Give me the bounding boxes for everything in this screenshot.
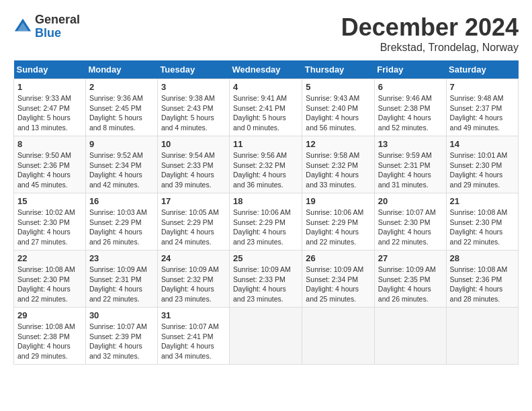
day-number: 11 [233, 139, 298, 149]
day-info: Sunrise: 9:43 AMSunset: 2:40 PMDaylight:… [306, 94, 359, 132]
day-cell-24: 24Sunrise: 10:09 AMSunset: 2:32 PMDaylig… [157, 250, 229, 308]
day-number: 28 [450, 253, 515, 263]
logo-general: General [35, 13, 80, 27]
day-info: Sunrise: 9:52 AMSunset: 2:34 PMDaylight:… [89, 151, 143, 189]
day-info: Sunrise: 10:07 AMSunset: 2:41 PMDaylight… [161, 322, 219, 360]
day-info: Sunrise: 10:07 AMSunset: 2:39 PMDaylight… [89, 322, 147, 360]
week-row-3: 15Sunrise: 10:02 AMSunset: 2:30 PMDaylig… [14, 193, 519, 250]
day-cell-20: 20Sunrise: 10:07 AMSunset: 2:30 PMDaylig… [374, 193, 446, 250]
day-number: 18 [233, 196, 298, 206]
day-info: Sunrise: 10:09 AMSunset: 2:33 PMDaylight… [233, 265, 291, 303]
day-number: 12 [306, 139, 371, 149]
logo-icon [13, 17, 32, 36]
day-info: Sunrise: 9:56 AMSunset: 2:32 PMDaylight:… [233, 151, 287, 189]
day-info: Sunrise: 9:54 AMSunset: 2:33 PMDaylight:… [161, 151, 215, 189]
day-number: 4 [233, 82, 298, 92]
day-info: Sunrise: 9:41 AMSunset: 2:41 PMDaylight:… [233, 94, 287, 132]
day-info: Sunrise: 10:08 AMSunset: 2:30 PMDaylight… [17, 265, 75, 303]
day-info: Sunrise: 10:07 AMSunset: 2:30 PMDaylight… [378, 208, 436, 246]
day-number: 13 [378, 139, 443, 149]
day-number: 25 [233, 253, 298, 263]
day-number: 10 [161, 139, 226, 149]
day-cell-18: 18Sunrise: 10:06 AMSunset: 2:29 PMDaylig… [230, 193, 302, 250]
day-number: 9 [89, 139, 154, 149]
header-friday: Friday [374, 60, 446, 79]
day-info: Sunrise: 9:50 AMSunset: 2:36 PMDaylight:… [17, 151, 71, 189]
logo-text: General Blue [35, 13, 80, 40]
header-wednesday: Wednesday [230, 60, 302, 79]
day-cell-26: 26Sunrise: 10:09 AMSunset: 2:34 PMDaylig… [302, 250, 375, 308]
day-info: Sunrise: 9:33 AMSunset: 2:47 PMDaylight:… [17, 94, 71, 132]
title-block: December 2024 Brekstad, Trondelag, Norwa… [341, 13, 519, 54]
calendar-header-row: SundayMondayTuesdayWednesdayThursdayFrid… [14, 60, 519, 79]
day-info: Sunrise: 9:58 AMSunset: 2:32 PMDaylight:… [306, 151, 359, 189]
day-cell-15: 15Sunrise: 10:02 AMSunset: 2:30 PMDaylig… [14, 193, 86, 250]
day-cell-3: 3Sunrise: 9:38 AMSunset: 2:43 PMDaylight… [157, 79, 229, 136]
day-info: Sunrise: 10:03 AMSunset: 2:29 PMDaylight… [89, 208, 147, 246]
day-cell-9: 9Sunrise: 9:52 AMSunset: 2:34 PMDaylight… [85, 136, 157, 193]
day-cell-23: 23Sunrise: 10:09 AMSunset: 2:31 PMDaylig… [85, 250, 157, 308]
day-cell-4: 4Sunrise: 9:41 AMSunset: 2:41 PMDaylight… [230, 79, 302, 136]
day-info: Sunrise: 10:08 AMSunset: 2:36 PMDaylight… [450, 265, 508, 303]
main-title: December 2024 [341, 13, 519, 42]
day-info: Sunrise: 10:09 AMSunset: 2:31 PMDaylight… [89, 265, 147, 303]
week-row-1: 1Sunrise: 9:33 AMSunset: 2:47 PMDaylight… [14, 79, 519, 136]
calendar: SundayMondayTuesdayWednesdayThursdayFrid… [13, 60, 519, 365]
day-number: 5 [306, 82, 371, 92]
day-cell-8: 8Sunrise: 9:50 AMSunset: 2:36 PMDaylight… [14, 136, 86, 193]
day-number: 29 [17, 310, 82, 320]
day-info: Sunrise: 10:01 AMSunset: 2:30 PMDaylight… [450, 151, 508, 189]
sub-title: Brekstad, Trondelag, Norway [341, 42, 519, 54]
week-row-2: 8Sunrise: 9:50 AMSunset: 2:36 PMDaylight… [14, 136, 519, 193]
day-cell-19: 19Sunrise: 10:06 AMSunset: 2:29 PMDaylig… [302, 193, 375, 250]
day-info: Sunrise: 9:46 AMSunset: 2:38 PMDaylight:… [378, 94, 432, 132]
day-number: 14 [450, 139, 515, 149]
day-info: Sunrise: 10:02 AMSunset: 2:30 PMDaylight… [17, 208, 75, 246]
day-cell-30: 30Sunrise: 10:07 AMSunset: 2:39 PMDaylig… [85, 308, 157, 365]
day-cell-13: 13Sunrise: 9:59 AMSunset: 2:31 PMDayligh… [374, 136, 446, 193]
day-info: Sunrise: 10:06 AMSunset: 2:29 PMDaylight… [306, 208, 363, 246]
day-cell-29: 29Sunrise: 10:08 AMSunset: 2:38 PMDaylig… [14, 308, 86, 365]
day-cell-2: 2Sunrise: 9:36 AMSunset: 2:45 PMDaylight… [85, 79, 157, 136]
day-info: Sunrise: 9:59 AMSunset: 2:31 PMDaylight:… [378, 151, 432, 189]
header-thursday: Thursday [302, 60, 375, 79]
day-number: 17 [161, 196, 226, 206]
day-number: 31 [161, 310, 226, 320]
day-cell-25: 25Sunrise: 10:09 AMSunset: 2:33 PMDaylig… [230, 250, 302, 308]
day-cell-7: 7Sunrise: 9:48 AMSunset: 2:37 PMDaylight… [446, 79, 518, 136]
day-info: Sunrise: 10:05 AMSunset: 2:29 PMDaylight… [161, 208, 219, 246]
day-cell-21: 21Sunrise: 10:08 AMSunset: 2:30 PMDaylig… [446, 193, 518, 250]
page-header: General Blue December 2024 Brekstad, Tro… [13, 13, 519, 54]
logo: General Blue [13, 13, 80, 40]
day-number: 15 [17, 196, 82, 206]
day-number: 30 [89, 310, 154, 320]
day-cell-10: 10Sunrise: 9:54 AMSunset: 2:33 PMDayligh… [157, 136, 229, 193]
empty-cell [302, 308, 375, 365]
day-cell-27: 27Sunrise: 10:09 AMSunset: 2:35 PMDaylig… [374, 250, 446, 308]
day-cell-17: 17Sunrise: 10:05 AMSunset: 2:29 PMDaylig… [157, 193, 229, 250]
day-number: 19 [306, 196, 371, 206]
header-sunday: Sunday [14, 60, 86, 79]
day-cell-5: 5Sunrise: 9:43 AMSunset: 2:40 PMDaylight… [302, 79, 375, 136]
day-number: 3 [161, 82, 226, 92]
day-cell-28: 28Sunrise: 10:08 AMSunset: 2:36 PMDaylig… [446, 250, 518, 308]
day-info: Sunrise: 10:08 AMSunset: 2:38 PMDaylight… [17, 322, 75, 360]
day-cell-6: 6Sunrise: 9:46 AMSunset: 2:38 PMDaylight… [374, 79, 446, 136]
header-saturday: Saturday [446, 60, 518, 79]
day-info: Sunrise: 10:09 AMSunset: 2:34 PMDaylight… [306, 265, 363, 303]
empty-cell [374, 308, 446, 365]
day-number: 26 [306, 253, 371, 263]
day-number: 27 [378, 253, 443, 263]
day-info: Sunrise: 10:08 AMSunset: 2:30 PMDaylight… [450, 208, 508, 246]
empty-cell [446, 308, 518, 365]
day-cell-14: 14Sunrise: 10:01 AMSunset: 2:30 PMDaylig… [446, 136, 518, 193]
day-number: 16 [89, 196, 154, 206]
day-info: Sunrise: 10:09 AMSunset: 2:35 PMDaylight… [378, 265, 436, 303]
day-number: 1 [17, 82, 82, 92]
day-info: Sunrise: 10:06 AMSunset: 2:29 PMDaylight… [233, 208, 291, 246]
week-row-4: 22Sunrise: 10:08 AMSunset: 2:30 PMDaylig… [14, 250, 519, 308]
day-info: Sunrise: 10:09 AMSunset: 2:32 PMDaylight… [161, 265, 219, 303]
day-info: Sunrise: 9:36 AMSunset: 2:45 PMDaylight:… [89, 94, 143, 132]
day-number: 6 [378, 82, 443, 92]
logo-blue: Blue [35, 27, 80, 40]
